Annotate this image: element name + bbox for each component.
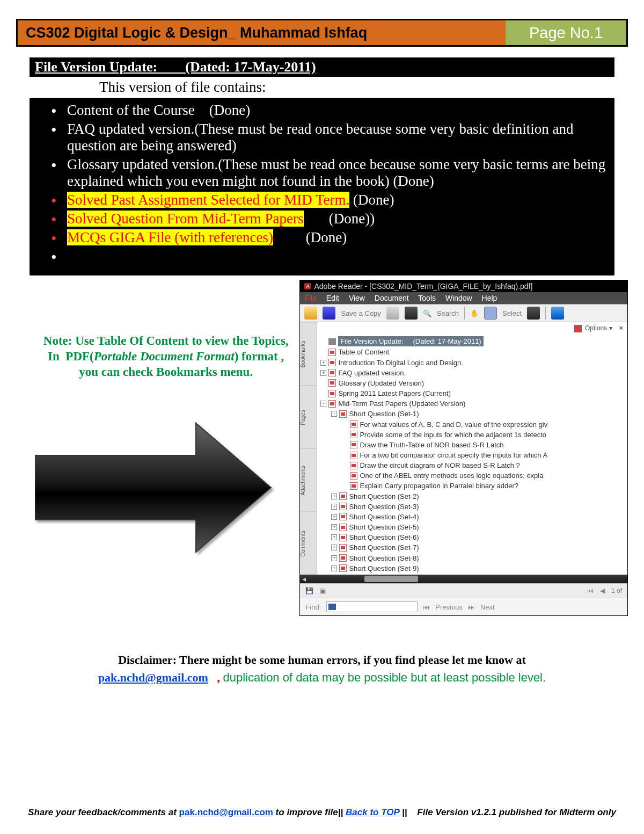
pdf-page-icon — [328, 359, 336, 366]
search-icon[interactable]: 🔍 — [423, 309, 431, 317]
bookmark-item[interactable]: -Mid-Term Past Papers (Updated Version) — [320, 398, 624, 409]
scroll-left-icon[interactable]: ◂ — [302, 575, 306, 583]
bookmark-label: Short Question (Set-1) — [349, 409, 419, 418]
find-label: Find: — [305, 603, 321, 611]
bookmark-label: Introduction To Digital Logic and Design… — [338, 358, 463, 367]
bookmark-item[interactable]: Table of Content — [320, 347, 624, 357]
collapse-icon[interactable]: - — [331, 411, 337, 417]
content-list-item: FAQ updated version.(These must be read … — [51, 120, 609, 155]
bookmark-selected[interactable]: File Version Update: (Dated: 17-May-2011… — [320, 336, 624, 347]
save-floppy-icon[interactable]: 💾 — [305, 587, 313, 594]
bookmark-item[interactable]: Draw the circuit diagram of NOR based S-… — [320, 460, 624, 470]
bookmark-item[interactable]: Glossary (Updated Version) — [320, 378, 624, 388]
find-prev-icon[interactable]: ⏮ — [423, 603, 430, 611]
bookmark-item[interactable]: Explain Carry propagation in Parralel bi… — [320, 481, 624, 491]
print-icon[interactable] — [386, 307, 399, 320]
menu-document[interactable]: Document — [375, 294, 409, 302]
bookmark-item[interactable]: Draw the Truth-Table of NOR based S-R La… — [320, 440, 624, 450]
bookmark-item[interactable]: +Short Question (Set-2) — [320, 491, 624, 502]
expand-icon[interactable]: + — [331, 545, 337, 550]
pdf-page-icon — [350, 472, 357, 480]
sidebar-tab-attachments[interactable]: Attachments — [300, 448, 317, 512]
pdf-page-icon — [350, 441, 357, 448]
disclaimer-email[interactable]: pak.nchd@gmail.com — [98, 671, 208, 684]
options-icon[interactable] — [574, 325, 582, 332]
sidebar-tab-pages[interactable]: Pages — [300, 386, 317, 449]
save-icon[interactable] — [323, 307, 335, 320]
open-icon[interactable] — [304, 307, 317, 320]
footer-email[interactable]: pak.nchd@gmail.com — [179, 807, 273, 817]
menu-view[interactable]: View — [349, 294, 365, 302]
search-label[interactable]: Search — [437, 309, 459, 317]
expand-icon[interactable]: + — [331, 565, 337, 571]
save-copy-label[interactable]: Save a Copy — [341, 309, 380, 317]
pdf-page-icon — [339, 503, 347, 510]
bookmark-item[interactable]: -Short Question (Set-1) — [320, 409, 624, 419]
select-tool-icon[interactable] — [484, 307, 497, 320]
bookmark-item[interactable]: +FAQ updated version. — [320, 368, 624, 378]
menu-file[interactable]: File — [304, 294, 317, 302]
bookmark-item[interactable]: +Short Question (Set-5) — [320, 522, 624, 532]
expand-icon[interactable]: + — [331, 514, 337, 520]
bookmark-item[interactable]: +Short Question (Set-6) — [320, 532, 624, 542]
find-next-label[interactable]: Next — [480, 603, 495, 611]
page-layout-icon[interactable]: ▣ — [320, 587, 326, 594]
menu-window[interactable]: Window — [445, 294, 472, 302]
first-page-icon[interactable]: ⏮ — [587, 587, 594, 594]
email-icon[interactable] — [405, 307, 418, 320]
header-title: CS302 Digital Logic & Design_ Muhammad I… — [18, 20, 506, 45]
note-line2a: In PDF( — [48, 350, 94, 363]
options-dropdown-icon[interactable]: ▾ — [609, 324, 612, 332]
note-line2b: Portable Document Format — [94, 350, 235, 363]
prev-page-icon[interactable]: ◀ — [600, 587, 605, 594]
content-list-item: Glossary updated version.(These must be … — [51, 155, 609, 191]
expand-icon[interactable]: + — [331, 504, 337, 510]
bookmark-item[interactable]: +Short Question (Set-3) — [320, 502, 624, 512]
menu-tools[interactable]: Tools — [418, 294, 436, 302]
collapse-icon[interactable]: - — [320, 401, 326, 407]
expand-icon[interactable]: + — [331, 524, 337, 530]
find-prev-label[interactable]: Previous — [435, 603, 463, 611]
bookmark-label: Short Question (Set-5) — [349, 523, 419, 532]
bookmark-label: One of the ABEL entry methods uses logic… — [360, 471, 543, 480]
bookmark-item[interactable]: +Introduction To Digital Logic and Desig… — [320, 358, 624, 368]
bookmark-item[interactable]: +Short Question (Set-4) — [320, 512, 624, 522]
close-panel-icon[interactable]: × — [619, 324, 623, 332]
bookmark-label: Short Question (Set-2) — [349, 492, 419, 501]
bookmark-item[interactable]: Spring 2011 Latest Papers (Current) — [320, 388, 624, 398]
file-version-title: File Version Update: (Dated: 17-May-2011… — [30, 57, 614, 77]
select-label[interactable]: Select — [502, 309, 522, 317]
snapshot-icon[interactable] — [527, 307, 540, 320]
bookmarks-options[interactable]: Options ▾ × — [317, 322, 627, 335]
bookmark-item[interactable]: +Short Question (Set-9) — [320, 563, 624, 574]
expand-icon[interactable]: + — [331, 494, 337, 499]
scroll-thumb[interactable] — [364, 576, 418, 582]
menu-help[interactable]: Help — [482, 294, 497, 302]
bookmark-item[interactable]: For a two bit comparator circuit specify… — [320, 450, 624, 460]
find-next-icon[interactable]: ⏭ — [468, 603, 475, 611]
expand-icon[interactable]: + — [331, 555, 337, 561]
bookmark-item[interactable]: +Short Question (Set-8) — [320, 553, 624, 563]
expand-icon[interactable]: + — [331, 534, 337, 540]
bookmark-item[interactable]: Provide some of the inputs for which the… — [320, 430, 624, 440]
page-indicator: 1 of — [611, 587, 622, 594]
file-version-subtitle: This version of file contains: — [30, 77, 614, 98]
hand-tool-icon[interactable]: ✋ — [470, 309, 479, 317]
expand-icon[interactable]: + — [320, 370, 326, 376]
zoom-icon[interactable] — [551, 307, 564, 320]
menu-edit[interactable]: Edit — [326, 294, 339, 302]
reader-hscrollbar[interactable]: ◂ — [300, 575, 627, 583]
highlighted-text: MCQs GIGA File (with references) — [67, 229, 273, 245]
highlighted-text: Solved Question From Mid-Term Papers — [67, 211, 304, 227]
sidebar-tab-bookmarks[interactable]: Bookmarks — [300, 322, 317, 386]
bookmark-item[interactable]: +Short Question (Set-7) — [320, 542, 624, 553]
footer-back-to-top[interactable]: Back to TOP — [346, 807, 399, 817]
bookmark-item[interactable]: One of the ABEL entry methods uses logic… — [320, 470, 624, 481]
sidebar-tab-comments[interactable]: Comments — [300, 512, 317, 575]
bookmark-item[interactable]: For what values of A, B, C and D, value … — [320, 419, 624, 430]
options-label[interactable]: Options — [585, 324, 607, 332]
bookmark-selected-label: File Version Update: (Dated: 17-May-2011… — [338, 336, 483, 346]
expand-icon[interactable]: + — [320, 360, 326, 366]
find-input[interactable] — [326, 601, 418, 612]
bookmark-label: Draw the circuit diagram of NOR based S-… — [360, 461, 519, 470]
